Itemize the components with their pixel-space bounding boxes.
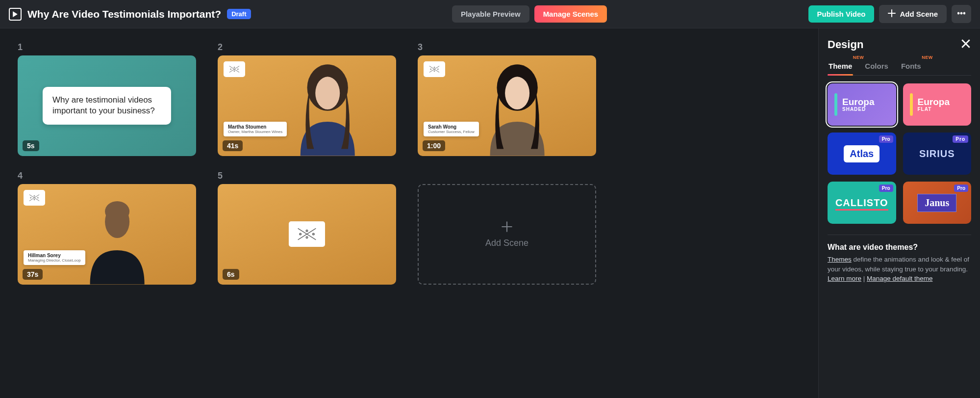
status-badge: Draft — [227, 9, 251, 19]
sidebar-title: Design — [828, 38, 863, 51]
new-badge: NEW — [922, 55, 933, 60]
pro-badge: Pro — [953, 135, 968, 143]
tab-label: Colors — [865, 62, 888, 70]
add-scene-card[interactable]: Add Scene — [418, 184, 596, 285]
design-tab-fonts[interactable]: NEWFonts — [900, 59, 922, 75]
svg-point-0 — [957, 12, 959, 14]
accent-bar — [834, 93, 837, 116]
manage-scenes-button[interactable]: Manage Scenes — [534, 5, 607, 23]
svg-point-4 — [234, 71, 235, 72]
accent-bar — [910, 93, 913, 116]
svg-point-15 — [34, 195, 35, 196]
theme-card-janus[interactable]: JanusPro — [903, 182, 972, 224]
scene-duration: 6s — [223, 269, 239, 280]
lower-third: Martha Stoumen Owner, Martha Stoumen Win… — [224, 122, 287, 136]
scene-duration: 5s — [23, 140, 39, 151]
brand-logo-icon — [224, 61, 245, 77]
svg-point-24 — [300, 233, 301, 235]
publish-video-button[interactable]: Publish Video — [808, 5, 875, 23]
info-separator: | — [861, 275, 867, 282]
pro-badge: Pro — [879, 135, 893, 143]
scene-card[interactable]: Why are testimonial videos important to … — [18, 55, 196, 156]
svg-point-11 — [430, 69, 431, 70]
scene-card[interactable]: Sarah Wong Customer Success, Fellow 1:00 — [418, 55, 596, 156]
brand-logo-icon — [424, 61, 445, 77]
brand-logo-icon — [24, 190, 45, 206]
scene-number: 5 — [218, 171, 396, 181]
pro-badge: Pro — [879, 185, 893, 192]
new-badge: NEW — [853, 55, 864, 60]
scene-cell: 3 Sarah Wong Customer Success, Fellow 1:… — [418, 42, 596, 156]
divider — [828, 235, 971, 235]
scene-number: 4 — [18, 171, 196, 181]
learn-more-link[interactable]: Learn more — [828, 275, 861, 282]
scene-text: Why are testimonial videos important to … — [43, 87, 171, 124]
scene-number: 3 — [418, 42, 596, 53]
svg-point-23 — [306, 237, 307, 238]
lower-third-role: Owner, Martha Stoumen Wines — [228, 130, 282, 134]
svg-point-16 — [34, 199, 35, 200]
theme-name: CALLISTO — [835, 197, 888, 209]
theme-info: What are video themes? Themes define the… — [828, 243, 971, 284]
scene-card[interactable]: 6s — [218, 184, 396, 285]
theme-card-atlas[interactable]: AtlasPro — [828, 133, 896, 175]
svg-point-3 — [234, 67, 235, 68]
theme-name: Janus — [917, 194, 956, 212]
add-scene-button[interactable]: Add Scene — [879, 5, 947, 23]
svg-point-10 — [434, 71, 435, 72]
svg-rect-21 — [105, 201, 129, 222]
theme-name: Atlas — [844, 145, 879, 162]
svg-point-18 — [37, 197, 38, 198]
svg-point-14 — [505, 77, 529, 110]
scene-cell: 2 Martha Stoumen Owner, Martha Stoumen W… — [218, 42, 396, 156]
svg-point-8 — [315, 77, 340, 110]
lower-third-role: Customer Success, Fellow — [428, 130, 475, 134]
svg-point-12 — [437, 69, 438, 70]
playable-preview-button[interactable]: Playable Preview — [452, 5, 529, 23]
add-scene-label: Add Scene — [900, 10, 938, 18]
scene-card[interactable]: Hillman Sorey Managing Director, CloseLo… — [18, 184, 196, 285]
scene-card[interactable]: Martha Stoumen Owner, Martha Stoumen Win… — [218, 55, 396, 156]
scene-number: 1 — [18, 42, 196, 53]
themes-link[interactable]: Themes — [828, 256, 852, 263]
brand-logo-icon — [289, 221, 325, 247]
svg-point-2 — [963, 12, 965, 14]
svg-point-1 — [960, 12, 962, 14]
theme-name: Europa — [918, 97, 950, 107]
pro-badge: Pro — [954, 185, 968, 192]
lower-third-role: Managing Director, CloseLoop — [28, 258, 81, 263]
theme-sub: SHADED — [842, 107, 874, 112]
design-sidebar: Design NEWThemeColorsNEWFonts Europa SHA… — [818, 28, 980, 398]
theme-card-europa-flat[interactable]: Europa FLAT — [903, 83, 972, 126]
app-header: Why Are Video Testimonials Important? Dr… — [0, 0, 980, 28]
project-title: Why Are Video Testimonials Important? — [27, 8, 221, 20]
scene-duration: 41s — [223, 140, 243, 151]
svg-point-25 — [313, 233, 314, 235]
theme-name: SIRIUS — [919, 148, 955, 159]
svg-point-17 — [30, 197, 31, 198]
scene-cell: 4 Hillman Sorey Managing Director, Close… — [18, 171, 196, 285]
theme-sub: FLAT — [918, 107, 950, 112]
svg-point-5 — [230, 69, 231, 70]
scene-canvas: 1 Why are testimonial videos important t… — [0, 28, 818, 398]
info-question: What are video themes? — [828, 243, 971, 252]
theme-card-europa-shaded[interactable]: Europa SHADED — [828, 83, 896, 126]
theme-card-callisto[interactable]: CALLISTOPro — [828, 182, 896, 224]
scene-duration: 1:00 — [423, 140, 445, 151]
design-tab-row: NEWThemeColorsNEWFonts — [828, 59, 971, 76]
lower-third: Sarah Wong Customer Success, Fellow — [424, 122, 479, 136]
svg-point-9 — [434, 67, 435, 68]
scene-duration: 37s — [23, 269, 43, 280]
manage-default-theme-link[interactable]: Manage default theme — [867, 275, 932, 282]
more-menu-button[interactable] — [952, 5, 971, 23]
lower-third-name: Sarah Wong — [428, 124, 475, 130]
scene-number: 2 — [218, 42, 396, 53]
design-tab-colors[interactable]: Colors — [864, 59, 889, 75]
svg-point-6 — [237, 69, 238, 70]
design-tab-theme[interactable]: NEWTheme — [828, 59, 853, 75]
theme-card-sirius[interactable]: SIRIUSPro — [903, 133, 972, 175]
more-icon — [957, 9, 965, 19]
lower-third-name: Hillman Sorey — [28, 253, 81, 258]
close-icon[interactable] — [960, 38, 971, 51]
scene-number — [418, 171, 596, 181]
